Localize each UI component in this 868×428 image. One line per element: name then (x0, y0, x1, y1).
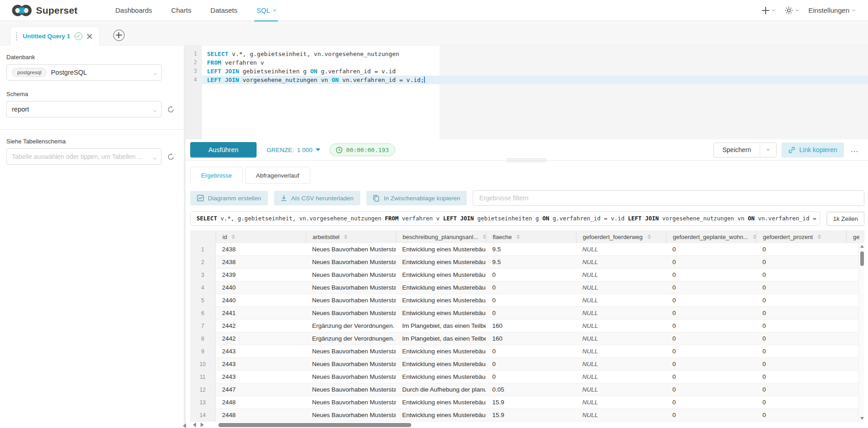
sort-icon[interactable] (516, 234, 520, 239)
editor-line[interactable]: 2FROM verfahren v (186, 58, 868, 67)
limit-label: GRENZE: (267, 147, 294, 153)
column-header[interactable]: ge (846, 230, 864, 243)
tab-query-history[interactable]: Abfragenverlauf (245, 167, 310, 184)
scroll-left-icon[interactable] (193, 423, 196, 427)
sort-icon[interactable] (647, 234, 651, 239)
table-cell: 2438 (216, 243, 306, 255)
horizontal-scroll-thumb[interactable] (218, 423, 411, 427)
pane-splitter[interactable] (186, 160, 868, 165)
schema-select[interactable]: report (6, 101, 161, 117)
table-row[interactable]: 132448Neues Bauvorhaben Mustersta...Entw… (190, 396, 864, 409)
results-table-body: 12438Neues Bauvorhaben Mustersta...Entwi… (190, 243, 864, 422)
sort-asc-icon (818, 234, 821, 236)
refresh-tables-icon[interactable] (167, 153, 175, 161)
sql-text: vn.verfahren_id = v.id; (755, 215, 820, 222)
nav-item-sql[interactable]: SQL (247, 0, 285, 21)
column-header[interactable]: id (216, 230, 306, 243)
table-row[interactable]: 102443Neues Bauvorhaben Mustersta...Entw… (190, 358, 864, 371)
more-actions-button[interactable]: ... (849, 146, 861, 153)
table-cell: 0 (486, 345, 576, 357)
run-query-button[interactable]: Ausführen (190, 142, 257, 158)
tab-drag-icon[interactable] (16, 35, 17, 36)
editor-line[interactable]: 3LEFT JOIN gebietseinheiten g ON g.verfa… (186, 67, 868, 76)
column-header[interactable]: gefoerdert_prozent (756, 230, 846, 243)
column-header[interactable]: gefoerdert_geplante_wohn... (666, 230, 756, 243)
sqllab-sidebar: Datenbank postgresql PostgreSQL Schema r… (0, 46, 186, 428)
splitter-grip-icon[interactable] (507, 158, 547, 162)
editor-line[interactable]: 1SELECT v.*, g.gebietseinheit, vn.vorges… (186, 50, 868, 58)
pane-scroll-left-icon[interactable] (183, 423, 186, 428)
horizontal-scrollbar[interactable] (190, 422, 858, 428)
column-header[interactable]: flaeche (486, 230, 576, 243)
row-number-cell: 7 (190, 320, 216, 332)
nav-item-datasets[interactable]: Datasets (201, 0, 247, 21)
table-row[interactable]: 72442Ergänzung der Verordnungen. ...Im P… (190, 320, 864, 332)
table-row[interactable]: 92443Neues Bauvorhaben Mustersta...Entwi… (190, 345, 864, 358)
table-select[interactable]: Tabelle auswählen oder tippen, um Tabell… (6, 148, 161, 165)
new-item-menu[interactable] (759, 7, 778, 14)
editor-line-code: LEFT JOIN vorgesehene_nutzungen vn ON vn… (202, 76, 868, 84)
sql-text: gebietseinheiten g (239, 68, 310, 75)
nav-item-charts[interactable]: Charts (161, 0, 201, 21)
table-row[interactable]: 42440Neues Bauvorhaben Mustersta...Entwi… (190, 281, 864, 294)
copy-link-button[interactable]: Link kopieren (782, 143, 844, 158)
vertical-scroll-thumb[interactable] (860, 251, 864, 266)
sort-asc-icon (232, 234, 235, 236)
close-tab-icon[interactable] (87, 34, 92, 39)
sort-desc-icon (753, 237, 756, 239)
save-button[interactable]: Speichern (714, 143, 760, 157)
sort-icon[interactable] (232, 234, 235, 239)
column-header[interactable]: arbeitstitel (306, 230, 396, 243)
sort-icon[interactable] (344, 234, 348, 239)
column-header[interactable]: beschreibung_planungsanl... (396, 230, 486, 243)
table-row[interactable]: 62441Neues Bauvorhaben Mustersta...Entwi… (190, 307, 864, 320)
sort-icon[interactable] (483, 234, 486, 239)
table-cell: NULL (576, 269, 666, 281)
table-row[interactable]: 32439Neues Bauvorhaben Mustersta...Entwi… (190, 269, 864, 281)
scroll-right-icon[interactable] (201, 423, 204, 427)
create-chart-button[interactable]: Diagramm erstellen (190, 191, 268, 205)
sort-icon[interactable] (818, 234, 821, 239)
table-row[interactable]: 122447Neues Bauvorhaben Mustersta...Durc… (190, 383, 864, 396)
vertical-scrollbar[interactable] (858, 243, 864, 422)
query-tab[interactable]: Untitled Query 1 (10, 26, 100, 46)
table-row[interactable]: 12438Neues Bauvorhaben Mustersta...Entwi… (190, 243, 864, 256)
refresh-schema-icon[interactable] (167, 106, 175, 113)
table-row[interactable]: 82442Ergänzung der Verordnungen. ...Im P… (190, 332, 864, 345)
table-cell: 0 (756, 243, 846, 255)
null-value: NULL (582, 373, 598, 380)
table-cell: NULL (576, 383, 666, 396)
brand-name: Superset (36, 5, 77, 16)
nav-item-dashboards[interactable]: Dashboards (106, 0, 161, 21)
table-row[interactable]: 22438Neues Bauvorhaben Mustersta...Entwi… (190, 256, 864, 269)
scroll-up-icon[interactable] (860, 245, 864, 248)
limit-dropdown[interactable]: GRENZE: 1 000 (267, 147, 320, 153)
settings-menu[interactable]: Einstellungen (805, 6, 858, 14)
sort-desc-icon (516, 237, 520, 239)
sort-icon[interactable] (864, 234, 864, 239)
sql-editor[interactable]: 1SELECT v.*, g.gebietseinheit, vn.vorges… (186, 46, 868, 139)
horizontal-scroll-track[interactable] (208, 423, 858, 427)
download-csv-button[interactable]: Als CSV herunterladen (274, 191, 360, 205)
filter-results-input[interactable] (473, 190, 864, 206)
table-cell: 2448 (216, 409, 306, 421)
scroll-down-icon[interactable] (860, 417, 864, 420)
chevron-down-icon (796, 8, 799, 11)
elapsed-timer: 00:00:00.193 (329, 143, 395, 156)
table-cell: 15.9 (486, 396, 576, 408)
superset-logo[interactable]: Superset (12, 4, 77, 17)
table-row[interactable]: 142448Neues Bauvorhaben Mustersta...Entw… (190, 409, 864, 422)
save-options-button[interactable] (760, 143, 776, 157)
database-select[interactable]: postgresql PostgreSQL (6, 64, 162, 81)
column-header[interactable]: gefoerdert_foerderweg (576, 230, 666, 243)
tab-results[interactable]: Ergebnisse (190, 167, 243, 184)
copy-clipboard-button[interactable]: In Zwischenablage kopieren (366, 191, 467, 205)
table-row[interactable]: 112443Neues Bauvorhaben Mustersta...Entw… (190, 371, 864, 383)
editor-line[interactable]: 4LEFT JOIN vorgesehene_nutzungen vn ON v… (186, 76, 868, 84)
theme-menu[interactable] (782, 6, 802, 15)
column-header-label: gefoerdert_geplante_wohn... (673, 234, 748, 240)
table-row[interactable]: 52440Neues Bauvorhaben Mustersta...Entwi… (190, 294, 864, 307)
database-value: PostgreSQL (51, 69, 87, 76)
new-query-tab-button[interactable] (113, 30, 125, 41)
sort-icon[interactable] (753, 234, 756, 239)
